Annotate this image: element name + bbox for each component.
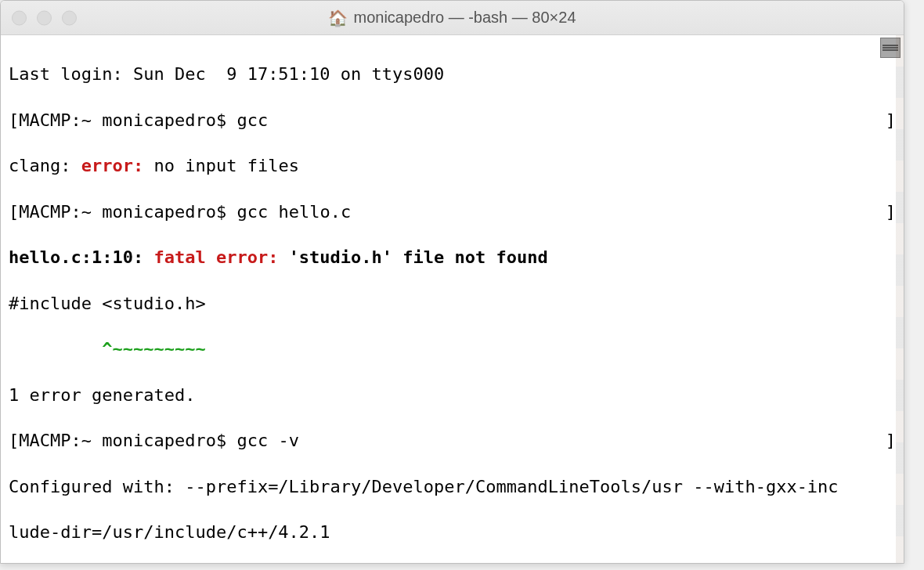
prompt-3: MACMP:~ monicapedro$ gcc -v (19, 429, 299, 452)
fatal-error-label: fatal error: (153, 247, 288, 267)
clang-error-line: clang: error: no input files (9, 154, 896, 177)
prompt-1: MACMP:~ monicapedro$ gcc (19, 109, 268, 132)
configured-line-1: Configured with: --prefix=/Library/Devel… (9, 475, 896, 498)
terminal-output[interactable]: Last login: Sun Dec 9 17:51:10 on ttys00… (1, 35, 904, 563)
window-title-text: monicapedro — -bash — 80×24 (353, 9, 576, 27)
prompt-row: [MACMP:~ monicapedro$ gcc -v] (9, 429, 896, 452)
terminal-window: 🏠 monicapedro — -bash — 80×24 Last login… (0, 0, 904, 564)
error-count-line: 1 error generated. (9, 384, 896, 406)
minimize-button[interactable] (37, 10, 52, 25)
window-right-edge-decor (896, 35, 904, 563)
include-line: #include <studio.h> (9, 292, 896, 315)
fatal-error-line: hello.c:1:10: fatal error: 'studio.h' fi… (9, 246, 896, 269)
close-button[interactable] (12, 10, 27, 25)
prompt-2: MACMP:~ monicapedro$ gcc hello.c (19, 200, 351, 223)
prompt-row: [MACMP:~ monicapedro$ gcc] (9, 109, 896, 132)
configured-line-2: lude-dir=/usr/include/c++/4.2.1 (9, 521, 896, 543)
window-title: 🏠 monicapedro — -bash — 80×24 (328, 9, 576, 27)
traffic-lights (12, 10, 77, 25)
caret-line: ^~~~~~~~~~ (9, 337, 896, 360)
last-login-line: Last login: Sun Dec 9 17:51:10 on ttys00… (9, 63, 896, 85)
titlebar[interactable]: 🏠 monicapedro — -bash — 80×24 (1, 1, 904, 35)
error-label: error: (81, 156, 143, 175)
prompt-row: [MACMP:~ monicapedro$ gcc hello.c] (9, 200, 896, 223)
home-icon: 🏠 (328, 10, 348, 26)
maximize-button[interactable] (62, 10, 77, 25)
